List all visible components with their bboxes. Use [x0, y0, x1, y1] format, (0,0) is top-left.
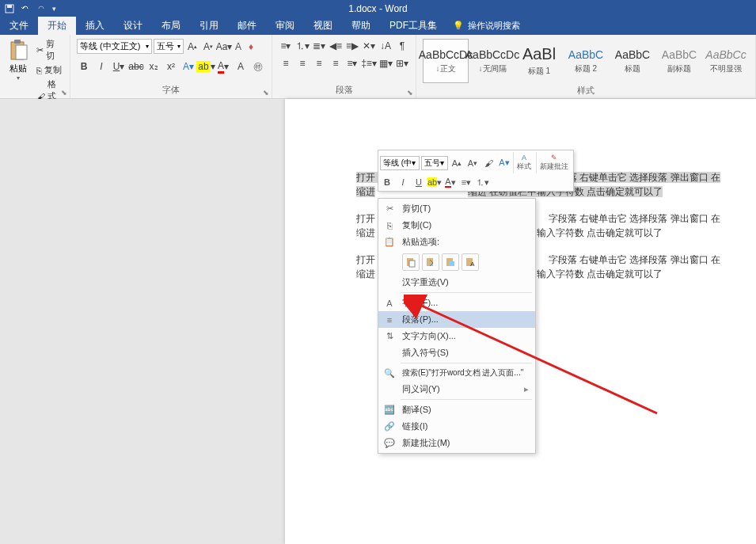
- mini-grow-font[interactable]: A▴: [450, 156, 464, 170]
- font-launcher[interactable]: ⬊: [263, 89, 269, 97]
- mini-bullets[interactable]: ≡▾: [459, 175, 473, 189]
- tab-references[interactable]: 引用: [190, 17, 228, 35]
- paste-merge[interactable]: [422, 253, 439, 271]
- underline-button[interactable]: U▾: [112, 59, 126, 74]
- asian-layout-button[interactable]: ✕▾: [362, 39, 376, 53]
- subscript-button[interactable]: x₂: [146, 59, 161, 74]
- tab-mailings[interactable]: 邮件: [228, 17, 266, 35]
- align-center-button[interactable]: ≡: [295, 56, 310, 70]
- ctx-insert-symbol[interactable]: 插入符号(S): [378, 344, 535, 361]
- superscript-button[interactable]: x²: [164, 59, 178, 74]
- tab-home[interactable]: 开始: [38, 17, 76, 35]
- tab-help[interactable]: 帮助: [342, 17, 380, 35]
- multilevel-button[interactable]: ≣▾: [312, 39, 326, 53]
- sort-button[interactable]: ↓A: [378, 39, 393, 53]
- mini-format-painter[interactable]: 🖌: [481, 156, 496, 170]
- paste-keep-source[interactable]: [402, 253, 420, 271]
- distribute-button[interactable]: ≡▾: [345, 56, 359, 70]
- tab-design[interactable]: 设计: [114, 17, 152, 35]
- paste-picture[interactable]: [442, 253, 459, 271]
- char-border-button[interactable]: A: [234, 59, 248, 74]
- clear-format-button[interactable]: ♦: [245, 40, 256, 54]
- paragraph-launcher[interactable]: ⬊: [407, 89, 413, 97]
- tab-file[interactable]: 文件: [0, 17, 38, 35]
- mini-font-combo[interactable]: 等线 (中▾: [380, 156, 420, 170]
- style-heading1[interactable]: AaBl标题 1: [516, 39, 562, 83]
- style-normal[interactable]: AaBbCcDc↓正文: [423, 39, 469, 83]
- paste-text-only[interactable]: A: [462, 253, 479, 271]
- undo-icon[interactable]: [21, 4, 30, 13]
- ctx-new-comment[interactable]: 💬新建批注(M): [378, 435, 535, 451]
- style-heading2[interactable]: AaBbC标题 2: [563, 39, 609, 83]
- grow-font-button[interactable]: A▴: [185, 40, 199, 54]
- increase-indent-button[interactable]: ≡▶: [345, 39, 359, 53]
- ctx-translate[interactable]: 🔤翻译(S): [378, 401, 535, 418]
- svg-text:A: A: [470, 261, 475, 268]
- ctx-synonyms[interactable]: 同义词(Y)▸: [378, 381, 535, 398]
- title-bar: ▾ 1.docx - Word: [0, 0, 756, 17]
- bullets-button[interactable]: ≡▾: [279, 39, 293, 53]
- ctx-cut[interactable]: ✂剪切(T): [378, 200, 535, 217]
- line-spacing-button[interactable]: ‡≡▾: [362, 56, 376, 70]
- mini-highlight[interactable]: ab▾: [427, 175, 442, 189]
- style-subtle-emphasis[interactable]: AaBbCc不明显强: [703, 39, 749, 83]
- align-right-button[interactable]: ≡: [312, 56, 326, 70]
- borders-button[interactable]: ⊞▾: [395, 56, 409, 70]
- tell-me-search[interactable]: 💡 操作说明搜索: [446, 17, 526, 35]
- shrink-font-button[interactable]: A▾: [201, 40, 215, 54]
- document-title: 1.docx - Word: [348, 3, 407, 14]
- numbering-button[interactable]: ⒈▾: [295, 39, 310, 53]
- mini-new-comment-button[interactable]: ✎新建批注: [536, 152, 572, 173]
- text-effects-button[interactable]: A▾: [181, 59, 196, 74]
- change-case-button[interactable]: Aa▾: [217, 40, 231, 54]
- font-name-combo[interactable]: 等线 (中文正文)▾: [77, 39, 152, 54]
- enclose-char-button[interactable]: ㊕: [251, 59, 265, 74]
- clipboard-launcher[interactable]: ⬊: [61, 89, 67, 97]
- mini-toolbar: 等线 (中▾ 五号▾ A▴ A▾ 🖌 A▾ A样式 ✎新建批注 B I U ab…: [378, 150, 574, 192]
- italic-button[interactable]: I: [94, 59, 108, 74]
- mini-numbering[interactable]: ⒈▾: [475, 175, 489, 189]
- strikethrough-button[interactable]: abc: [129, 59, 143, 74]
- ctx-font[interactable]: A字体(F)...: [378, 295, 535, 311]
- mini-underline[interactable]: U: [412, 175, 426, 189]
- qat-dropdown-icon[interactable]: ▾: [52, 5, 56, 13]
- cut-button[interactable]: ✂剪切: [34, 37, 65, 63]
- tab-insert[interactable]: 插入: [76, 17, 114, 35]
- mini-bold[interactable]: B: [380, 175, 394, 189]
- tab-review[interactable]: 审阅: [266, 17, 304, 35]
- tab-layout[interactable]: 布局: [152, 17, 190, 35]
- shading-button[interactable]: ▦▾: [378, 56, 393, 70]
- paste-button[interactable]: 粘贴 ▾: [5, 37, 32, 83]
- ctx-paragraph[interactable]: ≡段落(P)...: [378, 311, 535, 328]
- mini-text-effects[interactable]: A▾: [497, 156, 511, 170]
- align-left-button[interactable]: ≡: [279, 56, 293, 70]
- font-size-combo[interactable]: 五号▾: [154, 39, 184, 54]
- tab-pdf-tools[interactable]: PDF工具集: [380, 17, 446, 35]
- ctx-reselect-chars[interactable]: 汉字重选(V): [378, 274, 535, 291]
- ribbon: 粘贴 ▾ ✂剪切 ⎘复制 🖌格式刷 剪贴板 ⬊ 等线 (中文正文)▾ 五号▾ A…: [0, 35, 756, 99]
- highlight-button[interactable]: ab▾: [199, 59, 213, 74]
- style-title[interactable]: AaBbC标题: [610, 39, 655, 83]
- style-no-spacing[interactable]: AaBbCcDc↓无间隔: [469, 39, 515, 83]
- mini-size-combo[interactable]: 五号▾: [421, 156, 448, 170]
- phonetic-guide-button[interactable]: A: [233, 40, 244, 54]
- mini-font-color[interactable]: A▾: [443, 175, 458, 189]
- justify-button[interactable]: ≡: [329, 56, 343, 70]
- mini-italic[interactable]: I: [396, 175, 410, 189]
- mini-shrink-font[interactable]: A▾: [465, 156, 480, 170]
- ctx-text-direction[interactable]: ⇅文字方向(X)...: [378, 328, 535, 344]
- font-color-button[interactable]: A▾: [216, 59, 230, 74]
- decrease-indent-button[interactable]: ◀≡: [329, 39, 343, 53]
- ctx-copy[interactable]: ⎘复制(C): [378, 217, 535, 234]
- redo-icon[interactable]: [36, 4, 46, 13]
- mini-styles-button[interactable]: A样式: [513, 152, 534, 173]
- ctx-search[interactable]: 🔍搜索(E)"打开word文档 进入页面...": [378, 365, 535, 381]
- ctx-link[interactable]: 🔗链接(I): [378, 418, 535, 435]
- style-subtitle[interactable]: AaBbC副标题: [656, 39, 702, 83]
- bold-button[interactable]: B: [77, 59, 91, 74]
- clipboard-icon: 📋: [383, 236, 396, 249]
- copy-button[interactable]: ⎘复制: [34, 63, 65, 77]
- tab-view[interactable]: 视图: [304, 17, 342, 35]
- save-icon[interactable]: [5, 4, 14, 13]
- show-marks-button[interactable]: ¶: [395, 39, 409, 53]
